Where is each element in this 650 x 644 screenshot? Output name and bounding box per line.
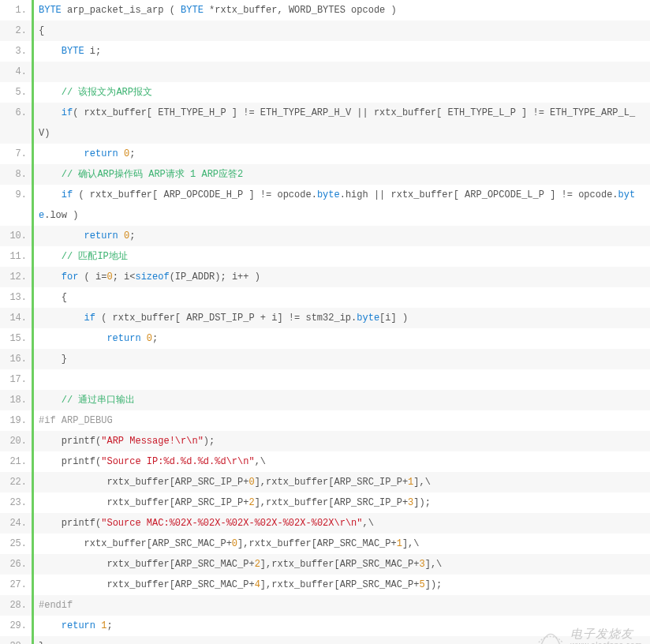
code-line: 28.#endif (0, 595, 650, 616)
line-number: 5. (0, 82, 32, 103)
line-number: 25. (0, 534, 32, 554)
code-text: for ( i=0; i<sizeof(IP_ADDR); i++ ) (39, 267, 650, 287)
change-bar (32, 0, 34, 21)
code-text: BYTE i; (39, 41, 650, 62)
change-bar (32, 103, 34, 144)
code-line: 18. // 通过串口输出 (0, 390, 650, 410)
line-number: 4. (0, 62, 32, 82)
code-line: 12. for ( i=0; i<sizeof(IP_ADDR); i++ ) (0, 267, 650, 287)
code-line: 2.{ (0, 21, 650, 41)
code-line: 6. if( rxtx_buffer[ ETH_TYPE_H_P ] != ET… (0, 103, 650, 144)
code-line: 5. // 该报文为ARP报文 (0, 82, 650, 103)
change-bar (32, 226, 34, 246)
line-number: 17. (0, 369, 32, 390)
code-line: 10. return 0; (0, 226, 650, 246)
code-line: 7. return 0; (0, 144, 650, 164)
change-bar (32, 41, 34, 62)
code-text: printf("Source MAC:%02X-%02X-%02X-%02X-%… (39, 513, 650, 534)
line-number: 2. (0, 21, 32, 41)
code-text: return 0; (39, 226, 650, 246)
code-text: rxtx_buffer[ARP_SRC_MAC_P+0],rxtx_buffer… (39, 534, 650, 554)
code-text: printf("Source IP:%d.%d.%d.%d\r\n",\ (39, 451, 650, 472)
change-bar (32, 534, 34, 554)
change-bar (32, 328, 34, 349)
code-line: 3. BYTE i; (0, 41, 650, 62)
change-bar (32, 82, 34, 103)
code-text: rxtx_buffer[ARP_SRC_MAC_P+2],rxtx_buffer… (39, 554, 650, 575)
code-line: 26. rxtx_buffer[ARP_SRC_MAC_P+2],rxtx_bu… (0, 554, 650, 575)
code-line: 25. rxtx_buffer[ARP_SRC_MAC_P+0],rxtx_bu… (0, 534, 650, 554)
change-bar (32, 636, 34, 644)
line-number: 19. (0, 410, 32, 431)
code-line: 14. if ( rxtx_buffer[ ARP_DST_IP_P + i] … (0, 308, 650, 328)
code-text: return 0; (39, 144, 650, 164)
code-text (39, 369, 650, 390)
line-number: 29. (0, 616, 32, 636)
code-line: 27. rxtx_buffer[ARP_SRC_MAC_P+4],rxtx_bu… (0, 575, 650, 595)
change-bar (32, 185, 34, 226)
change-bar (32, 267, 34, 287)
change-bar (32, 62, 34, 82)
code-text: // 通过串口输出 (39, 390, 650, 410)
change-bar (32, 164, 34, 185)
change-bar (32, 287, 34, 308)
change-bar (32, 369, 34, 390)
code-text: return 1; (39, 616, 650, 636)
change-bar (32, 410, 34, 431)
code-line: 21. printf("Source IP:%d.%d.%d.%d\r\n",\ (0, 451, 650, 472)
change-bar (32, 144, 34, 164)
line-number: 18. (0, 390, 32, 410)
line-number: 16. (0, 349, 32, 369)
code-line: 8. // 确认ARP操作码 ARP请求 1 ARP应答2 (0, 164, 650, 185)
line-number: 13. (0, 287, 32, 308)
change-bar (32, 246, 34, 267)
line-number: 12. (0, 267, 32, 287)
change-bar (32, 513, 34, 534)
change-bar (32, 472, 34, 492)
code-text: } (39, 349, 650, 369)
code-text: } (39, 636, 650, 644)
code-line: 11. // 匹配IP地址 (0, 246, 650, 267)
line-number: 10. (0, 226, 32, 246)
line-number: 23. (0, 492, 32, 513)
line-number: 11. (0, 246, 32, 267)
line-number: 14. (0, 308, 32, 328)
change-bar (32, 451, 34, 472)
line-number: 21. (0, 451, 32, 472)
line-number: 27. (0, 575, 32, 595)
line-number: 1. (0, 0, 32, 21)
code-text: { (39, 21, 650, 41)
change-bar (32, 308, 34, 328)
line-number: 30. (0, 636, 32, 644)
change-bar (32, 390, 34, 410)
code-text: return 0; (39, 328, 650, 349)
code-line: 23. rxtx_buffer[ARP_SRC_IP_P+2],rxtx_buf… (0, 492, 650, 513)
line-number: 28. (0, 595, 32, 616)
code-text: { (39, 287, 650, 308)
line-number: 24. (0, 513, 32, 534)
code-text: if( rxtx_buffer[ ETH_TYPE_H_P ] != ETH_T… (39, 103, 650, 144)
code-line: 15. return 0; (0, 328, 650, 349)
code-line: 4. (0, 62, 650, 82)
line-number: 9. (0, 185, 32, 205)
code-text: if ( rxtx_buffer[ ARP_DST_IP_P + i] != s… (39, 308, 650, 328)
change-bar (32, 554, 34, 575)
change-bar (32, 21, 34, 41)
code-line: 20. printf("ARP Message!\r\n"); (0, 431, 650, 451)
code-text: printf("ARP Message!\r\n"); (39, 431, 650, 451)
code-text: rxtx_buffer[ARP_SRC_MAC_P+4],rxtx_buffer… (39, 575, 650, 595)
code-text: #endif (39, 595, 650, 616)
code-line: 17. (0, 369, 650, 390)
code-line: 9. if ( rxtx_buffer[ ARP_OPCODE_H_P ] !=… (0, 185, 650, 226)
code-text: // 确认ARP操作码 ARP请求 1 ARP应答2 (39, 164, 650, 185)
line-number: 6. (0, 103, 32, 123)
change-bar (32, 492, 34, 513)
code-line: 19.#if ARP_DEBUG (0, 410, 650, 431)
code-text: // 该报文为ARP报文 (39, 82, 650, 103)
line-number: 20. (0, 431, 32, 451)
code-listing: 1.BYTE arp_packet_is_arp ( BYTE *rxtx_bu… (0, 0, 650, 644)
code-text: // 匹配IP地址 (39, 246, 650, 267)
code-line: 13. { (0, 287, 650, 308)
change-bar (32, 431, 34, 451)
code-text: if ( rxtx_buffer[ ARP_OPCODE_H_P ] != op… (39, 185, 650, 226)
